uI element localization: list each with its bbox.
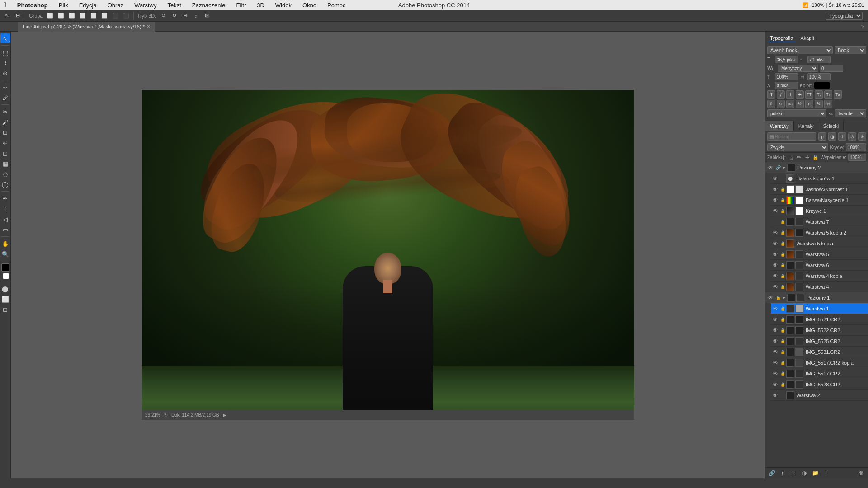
menu-obraz[interactable]: Obraz <box>106 2 125 9</box>
text-tool[interactable]: T <box>0 204 10 214</box>
shape-tool[interactable]: ▭ <box>0 225 10 235</box>
align-middle-btn[interactable]: ⬜ <box>89 11 99 21</box>
ligatures-btn[interactable]: fi <box>767 100 775 108</box>
antialiasing-select[interactable]: Twarde <box>835 109 866 117</box>
pen-tool[interactable]: ✒ <box>0 193 10 203</box>
align-top-btn[interactable]: ⬜ <box>78 11 88 21</box>
delete-layer-btn[interactable]: 🗑 <box>857 469 866 477</box>
layer-item[interactable]: 👁 🔒 Warstwa 5 kopia 2 <box>771 227 868 238</box>
eyedropper-tool[interactable]: 🖉 <box>0 93 10 103</box>
oldstyle-btn[interactable]: st <box>777 100 785 108</box>
crop-tool[interactable]: ⊹ <box>0 82 10 92</box>
tracking-select[interactable]: Metryczny <box>778 65 818 72</box>
menu-warstwy[interactable]: Warstwy <box>132 2 158 9</box>
history-brush-tool[interactable]: ↩ <box>0 138 10 148</box>
add-style-btn[interactable]: ƒ <box>778 469 787 477</box>
language-select[interactable]: polski <box>767 109 826 117</box>
channels-tab[interactable]: Kanały <box>794 121 819 131</box>
layer-item[interactable]: 👁 🔒 Warstwa 4 <box>771 282 868 292</box>
distribute-v-btn[interactable]: ⬛ <box>121 11 131 21</box>
workspace-select[interactable]: Typografia <box>826 12 863 20</box>
layer-visibility-icon[interactable]: 👁 <box>767 164 774 171</box>
background-color[interactable] <box>3 273 9 279</box>
link-layers-btn[interactable]: 🔗 <box>767 469 776 477</box>
group-arrow[interactable]: ▶ <box>782 164 786 171</box>
superscript-btn[interactable]: Ta <box>824 90 832 99</box>
bold-btn[interactable]: T <box>767 90 775 99</box>
layer-item[interactable]: 👁 Warstwa 2 <box>771 390 868 401</box>
layer-item[interactable]: 👁 🔒 Krzywe 1 <box>771 206 868 216</box>
layer-item[interactable]: 👁 🔒 IMG_5522.CR2 <box>771 325 868 336</box>
scale-h-input[interactable] <box>775 73 798 80</box>
blur-tool[interactable]: ◌ <box>0 169 10 179</box>
strikethrough-btn[interactable]: T <box>796 90 804 99</box>
layer-visibility-icon[interactable]: 👁 <box>772 186 779 193</box>
layer-item[interactable]: 👁 🔒 ▶ Poziomy 1 <box>765 292 868 303</box>
add-mask-btn[interactable]: ◻ <box>789 469 798 477</box>
layer-visibility-icon[interactable]: 👁 <box>772 359 779 366</box>
apple-menu[interactable]:  <box>4 1 6 9</box>
layer-visibility-icon[interactable]: 👁 <box>772 348 779 356</box>
dodge-tool[interactable]: ◯ <box>0 179 10 189</box>
layer-item[interactable]: 👁 🔒 IMG_5517.CR2 <box>771 368 868 379</box>
layer-visibility-icon[interactable]: 👁 <box>772 251 779 258</box>
layer-item[interactable]: 👁 🔒 IMG_5525.CR2 <box>771 336 868 347</box>
layer-visibility-icon[interactable]: 👁 <box>772 240 779 247</box>
lock-position-btn[interactable]: ✛ <box>804 154 810 161</box>
blend-mode-select[interactable]: Zwykły <box>767 143 828 151</box>
layer-visibility-icon[interactable]: 👁 <box>772 316 779 323</box>
smallcaps-btn[interactable]: Tt <box>815 90 823 99</box>
align-left-btn[interactable]: ⬜ <box>45 11 55 21</box>
distribute-h-btn[interactable]: ⬛ <box>110 11 120 21</box>
marquee-tool[interactable]: ⬚ <box>0 47 10 57</box>
layer-visibility-icon[interactable]: 👁 <box>772 305 779 312</box>
screen-mode-btn[interactable]: ⬜ <box>0 294 10 304</box>
move-tool-btn[interactable]: ↖ <box>2 11 12 21</box>
layer-item[interactable]: 👁 🔒 Warstwa 4 kopia <box>771 271 868 282</box>
3d-roll-btn[interactable]: ↻ <box>169 11 179 21</box>
align-right-btn[interactable]: ⬜ <box>67 11 77 21</box>
layer-visibility-icon[interactable]: 👁 <box>772 283 779 291</box>
font-style-select[interactable]: Book <box>835 46 866 54</box>
quick-mask-btn[interactable]: ⬤ <box>0 284 10 294</box>
lock-all-btn[interactable]: 🔒 <box>812 154 819 161</box>
3d-scale-btn[interactable]: ⊠ <box>202 11 212 21</box>
brush-tool[interactable]: 🖌 <box>0 117 10 127</box>
file-tab[interactable]: Fine Art.psd @ 26,2% (Warstwa 1,Maska wa… <box>18 22 155 32</box>
filter-type-btn[interactable]: T <box>838 132 846 141</box>
3d-slide-btn[interactable]: ↕ <box>191 11 201 21</box>
filter-pixel-btn[interactable]: p <box>818 132 826 141</box>
frac-btn[interactable]: ½ <box>796 100 804 108</box>
ordinal-btn[interactable]: Tª <box>805 100 813 108</box>
new-adjustment-btn[interactable]: ◑ <box>800 469 809 477</box>
layer-visibility-icon[interactable]: 👁 <box>772 262 779 269</box>
arrange-btn[interactable]: ⊞ <box>13 11 23 21</box>
filter-smart-btn[interactable]: ⊛ <box>858 132 866 141</box>
swash-btn[interactable]: ¼ <box>815 100 823 108</box>
opacity-input[interactable] <box>846 143 866 151</box>
filter-adj-btn[interactable]: ◑ <box>828 132 836 141</box>
menu-3d[interactable]: 3D <box>255 2 266 9</box>
italic-btn[interactable]: T <box>777 90 785 99</box>
subscript-btn[interactable]: Ta <box>834 90 842 99</box>
akapit-tab[interactable]: Akapit <box>797 34 817 42</box>
menu-plik[interactable]: Plik <box>57 2 70 9</box>
layer-visibility-icon[interactable]: 👁 <box>772 197 779 204</box>
foreground-color[interactable] <box>1 263 9 272</box>
layer-item[interactable]: 👁 🔗 ▶ Poziomy 2 <box>765 162 868 173</box>
menu-photoshop[interactable]: Photoshop <box>15 2 50 9</box>
file-tab-close[interactable]: ✕ <box>146 24 150 29</box>
menu-filtr[interactable]: Filtr <box>235 2 248 9</box>
lasso-tool[interactable]: ⌇ <box>0 58 10 68</box>
layer-visibility-icon[interactable]: 👁 <box>772 207 779 215</box>
quick-select-tool[interactable]: ⊛ <box>0 68 10 78</box>
layer-item[interactable]: 👁 🔒 Warstwa 6 <box>771 260 868 271</box>
clone-tool[interactable]: ⊡ <box>0 127 10 137</box>
discretionary-btn[interactable]: aa <box>786 100 794 108</box>
new-group-btn[interactable]: 📁 <box>811 469 820 477</box>
baseline-input[interactable] <box>775 82 798 89</box>
layer-item[interactable]: 👁 🔒 Barwa/Nasycenie 1 <box>771 195 868 206</box>
typography-tab[interactable]: Typografia <box>767 34 796 42</box>
allcaps-btn[interactable]: TT <box>805 90 813 99</box>
fill-input[interactable] <box>848 154 866 161</box>
